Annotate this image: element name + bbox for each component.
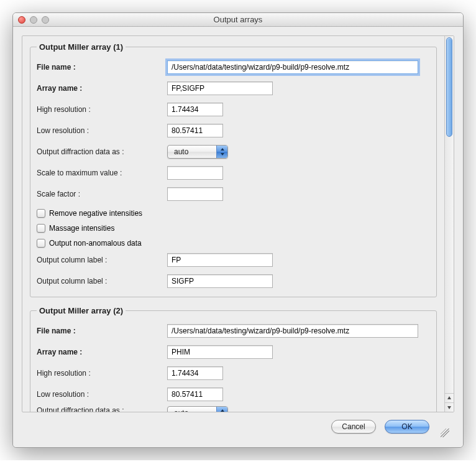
scale-factor-input[interactable] (167, 187, 223, 201)
high-resolution-label: High resolution : (37, 369, 167, 378)
remove-negative-label: Remove negative intensities (49, 209, 142, 218)
window-title: Output arrays (18, 15, 458, 24)
chevron-updown-icon (216, 407, 227, 412)
ok-button-label: OK (401, 422, 412, 431)
resize-grip-icon[interactable] (441, 429, 449, 437)
low-resolution-input[interactable] (167, 124, 223, 137)
array-name-label: Array name : (37, 348, 167, 356)
low-resolution-label: Low resolution : (37, 126, 167, 135)
traffic-lights (18, 16, 49, 24)
output-column-input-2[interactable] (167, 274, 273, 288)
low-resolution-label: Low resolution : (37, 390, 167, 399)
dialog-window: Output arrays Output Miller array (1) Fi… (12, 12, 464, 448)
minimize-icon[interactable] (30, 16, 37, 24)
output-diffraction-label: Output diffraction data as : (37, 406, 167, 412)
close-icon[interactable] (18, 16, 25, 24)
scale-factor-label: Scale factor : (37, 190, 167, 198)
file-name-label: File name : (37, 327, 167, 335)
select-value: auto (168, 409, 216, 412)
ok-button[interactable]: OK (385, 420, 429, 434)
titlebar[interactable]: Output arrays (13, 13, 463, 27)
high-resolution-label: High resolution : (37, 105, 167, 114)
scroll-up-icon[interactable] (445, 393, 454, 402)
group-legend: Output Miller array (1) (37, 42, 126, 52)
dialog-footer: Cancel OK (22, 412, 454, 441)
remove-negative-checkbox[interactable] (37, 209, 45, 218)
output-array-group-1: Output Miller array (1) File name : Arra… (30, 42, 437, 297)
file-name-label: File name : (37, 63, 167, 72)
vertical-scrollbar[interactable] (444, 36, 454, 412)
output-column-input-1[interactable] (167, 253, 273, 267)
select-value: auto (168, 147, 216, 156)
output-array-group-2: Output Miller array (2) File name : Arra… (30, 306, 437, 412)
scrollbar-thumb[interactable] (446, 37, 452, 137)
massage-intensities-checkbox[interactable] (37, 224, 45, 233)
scroll-down-icon[interactable] (445, 402, 454, 412)
content-area: Output Miller array (1) File name : Arra… (13, 27, 463, 447)
output-column-label-1: Output column label : (37, 256, 167, 264)
output-column-label-2: Output column label : (37, 277, 167, 285)
group-legend: Output Miller array (2) (37, 306, 126, 315)
scale-max-label: Scale to maximum value : (37, 169, 167, 177)
array-name-input[interactable] (167, 81, 273, 95)
cancel-button[interactable]: Cancel (331, 420, 376, 434)
scroll-panel: Output Miller array (1) File name : Arra… (22, 35, 454, 412)
output-diffraction-label: Output diffraction data as : (37, 147, 167, 156)
array-name-label: Array name : (37, 84, 167, 93)
output-diffraction-select[interactable]: auto (167, 406, 228, 412)
high-resolution-input[interactable] (167, 103, 223, 116)
array-name-input[interactable] (167, 345, 273, 359)
nonanomalous-checkbox[interactable] (37, 239, 45, 248)
massage-intensities-label: Massage intensities (49, 224, 114, 233)
chevron-updown-icon (216, 146, 227, 158)
high-resolution-input[interactable] (167, 366, 223, 380)
low-resolution-input[interactable] (167, 387, 223, 401)
scale-max-input[interactable] (167, 166, 223, 180)
nonanomalous-label: Output non-anomalous data (49, 239, 142, 248)
cancel-button-label: Cancel (342, 422, 365, 431)
file-name-input[interactable] (167, 324, 418, 338)
output-diffraction-select[interactable]: auto (167, 145, 228, 159)
file-name-input[interactable] (167, 60, 418, 74)
zoom-icon[interactable] (42, 16, 49, 24)
scroll-content: Output Miller array (1) File name : Arra… (22, 36, 444, 412)
